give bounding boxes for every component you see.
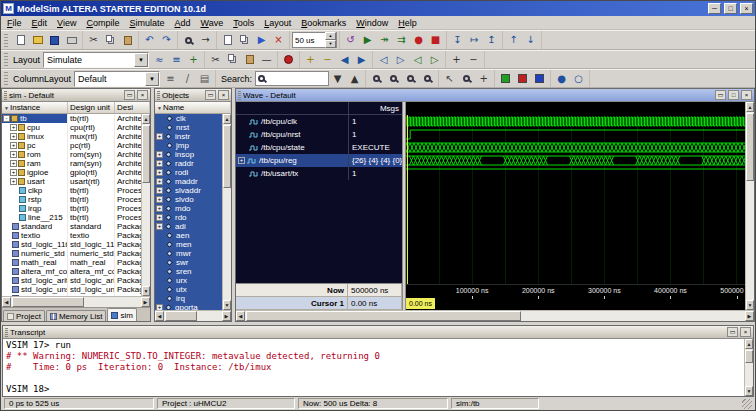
menu-tools[interactable]: Tools [228,17,259,29]
scroll-track[interactable] [745,349,753,386]
undo-button[interactable]: ↶ [141,32,158,48]
expand-icon[interactable]: + [156,196,163,203]
paste-button[interactable] [119,32,136,48]
object-row-slvdo[interactable]: +slvdo [155,195,222,204]
close-icon[interactable]: × [741,90,752,100]
object-row-mdo[interactable]: +mdo [155,204,222,213]
menu-compile[interactable]: Compile [81,17,124,29]
open-folder-button[interactable] [29,32,46,48]
cut-wave-button[interactable]: ✂ [207,52,224,68]
tree-row-pc[interactable]: +pcpc(rtl)Architecture [2,141,141,150]
state-blue-button[interactable] [531,71,548,87]
find-button[interactable] [180,32,197,48]
object-row-men[interactable]: men [155,240,222,249]
object-row-swr[interactable]: swr [155,258,222,267]
toolbar-grip[interactable] [4,72,8,85]
expand-icon[interactable]: + [10,133,17,140]
tree-row-math_real[interactable]: math_realmath_realPackage [2,258,141,267]
scroll-down-button[interactable]: ▼ [142,286,150,296]
transcript-vertical-scrollbar[interactable]: ▲▼ [744,339,753,396]
restart-button[interactable]: ↺ [342,32,359,48]
object-row-utx[interactable]: utx [155,285,222,294]
object-row-slvaddr[interactable]: +slvaddr [155,186,222,195]
next-transition-button[interactable]: ▶ [353,52,370,68]
columnlayout-select[interactable]: Default ▼ [74,71,160,87]
show-drivers-button[interactable]: ● [553,71,570,87]
transcript-lines[interactable]: VSIM 17> run# ** Warning: NUMERIC_STD.TO… [3,339,744,396]
expand-icon[interactable]: + [156,205,163,212]
tree-row-rstp[interactable]: rstptb(rtl)Process [2,195,141,204]
tree-row-igpioe[interactable]: +igpioegpio(rtl)Architecture [2,168,141,177]
object-row-irq[interactable]: irq [155,294,222,303]
tab-sim[interactable]: sim [107,308,136,321]
down-context-button[interactable]: ↓ [522,32,539,48]
zoom-out-button[interactable] [385,71,402,87]
tree-row-cpu[interactable]: +cpucpu(rtl)Architecture [2,123,141,132]
scroll-track[interactable] [223,124,231,300]
expand-icon[interactable]: + [10,142,17,149]
wave-panel-header[interactable]: Wave - Default ▭ □ × [236,89,754,102]
chevron-down-icon[interactable]: ▼ [145,72,159,86]
scroll-left-button[interactable]: ◀ [155,311,164,321]
add-to-list-button[interactable]: ≡ [168,52,185,68]
undock-icon[interactable]: ▭ [205,90,216,100]
tree-row-altera_mf_components[interactable]: altera_mf_componentsaltera_mf_components… [2,267,141,276]
object-row-raddr[interactable]: +raddr [155,159,222,168]
tree-row-numeric_std[interactable]: numeric_stdnumeric_stdPackage [2,249,141,258]
scroll-thumb[interactable] [165,311,197,321]
break-button[interactable]: ● [410,32,427,48]
object-row-mwr[interactable]: mwr [155,249,222,258]
expand-icon[interactable]: + [156,169,163,176]
tree-row-rom[interactable]: +romrom(syn)Architecture [2,150,141,159]
undock-icon[interactable]: ▭ [715,90,726,100]
scroll-up-button[interactable]: ▲ [746,102,754,112]
expand-icon[interactable]: + [238,157,245,164]
compile-all-button[interactable] [236,32,253,48]
run-length-input[interactable] [293,36,325,45]
sim-horizontal-scrollbar[interactable]: ◀▶ [2,296,150,307]
waveform-lane[interactable] [406,167,745,180]
menu-help[interactable]: Help [393,17,422,29]
column-design-unit[interactable]: Design unit [68,102,115,113]
menu-layout[interactable]: Layout [259,17,296,29]
cut-button[interactable]: ✂ [85,32,102,48]
menu-add[interactable]: Add [169,17,195,29]
collapse-time-button[interactable]: − [465,52,482,68]
step-out-button[interactable]: ↥ [483,32,500,48]
minimize-button[interactable]: ─ [708,3,721,14]
zoom-mode-button[interactable] [458,71,475,87]
scroll-track[interactable] [164,311,222,321]
scroll-track[interactable] [142,124,150,286]
column-design-unit-type[interactable]: Desi [115,102,150,113]
delete-cursor-button[interactable]: − [319,52,336,68]
new-file-button[interactable] [12,32,29,48]
expand-icon[interactable]: + [156,187,163,194]
compile-button[interactable] [219,32,236,48]
expand-icon[interactable]: + [156,151,163,158]
redo-button[interactable]: ↷ [158,32,175,48]
wave-signal-row[interactable]: /tb/cpu/clk1 [236,115,402,128]
run-all-button[interactable]: ⇉ [393,32,410,48]
toolbar-grip[interactable] [4,34,8,47]
scroll-up-button[interactable]: ▲ [223,114,231,124]
wave-signal-row[interactable]: /tb/usart/tx1 [236,167,402,180]
scroll-thumb[interactable] [746,113,754,181]
menu-simulate[interactable]: Simulate [124,17,169,29]
expand-icon[interactable]: + [10,169,17,176]
close-icon[interactable]: × [740,327,751,337]
prev-falling-edge-button[interactable]: ◁ [375,52,392,68]
panel-grip-icon[interactable] [238,91,241,100]
add-to-log-button[interactable]: + [185,52,202,68]
toggle-leaf-names-button[interactable]: ≡ [162,71,179,87]
scroll-track[interactable] [245,311,745,321]
panel-grip-icon[interactable] [4,91,7,100]
scroll-right-button[interactable]: ▶ [222,311,231,321]
zoom-full-button[interactable] [402,71,419,87]
wave-cursor-line[interactable] [407,115,408,284]
objects-panel-header[interactable]: Objects ▭ × [155,89,231,102]
goto-button[interactable]: → [197,32,214,48]
object-row-gporta[interactable]: +gporta [155,303,222,310]
object-row-adi[interactable]: +adi [155,222,222,231]
menu-edit[interactable]: Edit [27,17,53,29]
scroll-up-button[interactable]: ▲ [142,114,150,124]
